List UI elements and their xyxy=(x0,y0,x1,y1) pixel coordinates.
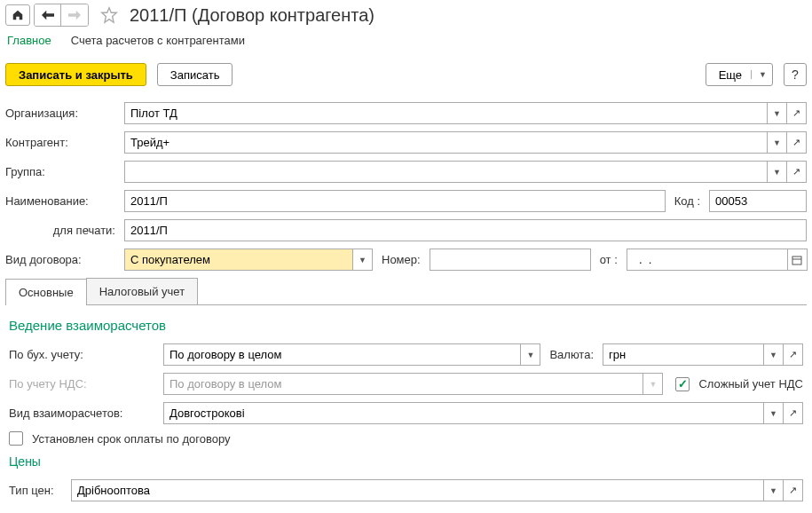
vat-acct-label: По учету НДС: xyxy=(9,377,163,391)
contract-type-dropdown-button[interactable]: ▼ xyxy=(353,249,373,271)
chevron-down-icon: ▼ xyxy=(359,256,367,264)
from-date-input[interactable] xyxy=(627,249,788,271)
page-title: 2011/П (Договор контрагента) xyxy=(130,5,374,26)
chevron-down-icon: ▼ xyxy=(650,380,658,389)
price-type-open-button[interactable]: ↗ xyxy=(784,479,803,501)
open-icon: ↗ xyxy=(789,349,797,360)
tab-main[interactable]: Основные xyxy=(5,279,87,305)
contract-type-input[interactable] xyxy=(124,249,353,271)
code-label: Код : xyxy=(674,194,700,208)
counterparty-label: Контрагент: xyxy=(5,136,124,149)
help-button[interactable]: ? xyxy=(784,63,807,86)
acct-dropdown-button[interactable]: ▼ xyxy=(521,343,540,366)
print-input[interactable] xyxy=(124,219,807,241)
chevron-down-icon: ▼ xyxy=(773,109,781,118)
number-input[interactable] xyxy=(430,249,591,271)
counterparty-input[interactable] xyxy=(124,131,768,154)
vat-acct-dropdown-button: ▼ xyxy=(643,373,663,395)
settlements-section-title: Ведение взаиморасчетов xyxy=(9,318,803,333)
group-dropdown-button[interactable]: ▼ xyxy=(768,161,787,183)
org-open-button[interactable]: ↗ xyxy=(787,102,807,124)
contract-type-label: Вид договора: xyxy=(5,253,124,266)
open-icon: ↗ xyxy=(792,166,800,178)
org-label: Организация: xyxy=(5,107,124,120)
prices-section-title: Цены xyxy=(9,454,803,469)
group-open-button[interactable]: ↗ xyxy=(787,161,807,183)
price-type-dropdown-button[interactable]: ▼ xyxy=(764,479,784,501)
currency-dropdown-button[interactable]: ▼ xyxy=(764,343,784,366)
org-dropdown-button[interactable]: ▼ xyxy=(768,102,787,124)
payment-term-label: Установлен срок оплаты по договору xyxy=(32,432,230,446)
save-close-button[interactable]: Записать и закрыть xyxy=(5,63,146,86)
settlement-type-label: Вид взаиморасчетов: xyxy=(9,406,163,420)
name-label: Наименование: xyxy=(5,194,124,208)
settlement-type-dropdown-button[interactable]: ▼ xyxy=(764,402,784,424)
settlement-type-open-button[interactable]: ↗ xyxy=(784,402,803,424)
home-button[interactable] xyxy=(5,4,30,26)
arrow-left-icon xyxy=(42,10,54,20)
save-button[interactable]: Записать xyxy=(157,63,233,86)
calendar-icon xyxy=(792,255,802,265)
from-label: от : xyxy=(600,253,618,266)
counterparty-open-button[interactable]: ↗ xyxy=(787,131,807,154)
currency-label: Валюта: xyxy=(549,348,594,361)
complex-vat-checkbox[interactable] xyxy=(675,377,690,391)
chevron-down-icon: ▼ xyxy=(773,168,781,177)
vat-acct-input xyxy=(163,373,643,395)
open-icon: ↗ xyxy=(789,407,797,419)
chevron-down-icon: ▼ xyxy=(526,351,534,359)
counterparty-dropdown-button[interactable]: ▼ xyxy=(768,131,787,154)
from-date-picker-button[interactable] xyxy=(788,249,808,271)
acct-label: По бух. учету: xyxy=(9,348,163,361)
code-input[interactable] xyxy=(709,190,807,212)
subnav-main[interactable]: Главное xyxy=(7,34,51,47)
chevron-down-icon: ▼ xyxy=(769,409,777,418)
more-button[interactable]: Еще ▼ xyxy=(706,63,773,86)
currency-input[interactable] xyxy=(603,343,764,366)
home-icon xyxy=(12,9,24,21)
currency-open-button[interactable]: ↗ xyxy=(784,343,803,366)
open-icon: ↗ xyxy=(792,107,800,119)
svg-rect-0 xyxy=(792,256,801,264)
arrow-right-icon xyxy=(68,10,81,20)
chevron-down-icon: ▼ xyxy=(751,70,767,79)
chevron-down-icon: ▼ xyxy=(769,486,777,495)
favorite-star-icon[interactable] xyxy=(99,5,119,25)
nav-forward-button xyxy=(61,4,88,26)
tab-tax[interactable]: Налоговый учет xyxy=(86,278,198,304)
org-input[interactable] xyxy=(124,102,768,124)
price-type-label: Тип цен: xyxy=(9,484,71,497)
price-type-input[interactable] xyxy=(71,479,764,501)
open-icon: ↗ xyxy=(789,485,797,496)
settlement-type-input[interactable] xyxy=(163,402,764,424)
print-label: для печати: xyxy=(5,224,124,237)
subnav-accounts[interactable]: Счета расчетов с контрагентами xyxy=(71,34,245,47)
chevron-down-icon: ▼ xyxy=(773,138,781,147)
number-label: Номер: xyxy=(382,253,421,266)
complex-vat-label: Сложный учет НДС xyxy=(698,377,803,391)
acct-input[interactable] xyxy=(163,343,521,366)
nav-back-button[interactable] xyxy=(35,4,61,26)
open-icon: ↗ xyxy=(792,137,800,148)
payment-term-checkbox[interactable] xyxy=(9,431,23,446)
chevron-down-icon: ▼ xyxy=(769,351,777,359)
group-input[interactable] xyxy=(124,161,768,183)
name-input[interactable] xyxy=(124,190,666,212)
more-label: Еще xyxy=(719,68,742,82)
group-label: Группа: xyxy=(5,165,124,178)
